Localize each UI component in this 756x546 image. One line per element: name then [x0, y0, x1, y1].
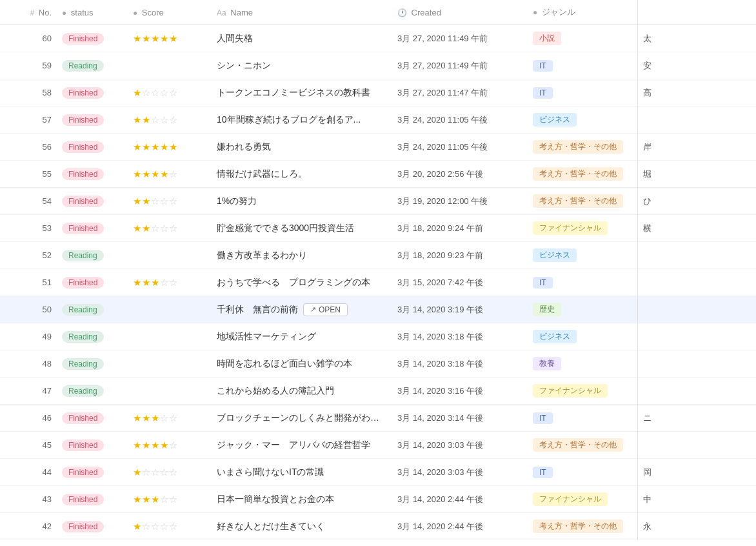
genre-tag[interactable]: 考え方・哲学・その他 [533, 140, 623, 154]
status-badge[interactable]: Reading [62, 385, 104, 397]
status-badge[interactable]: Finished [62, 141, 104, 153]
genre-tag[interactable]: 考え方・哲学・その他 [533, 194, 623, 208]
book-title: 人間失格 [217, 33, 253, 43]
genre-tag[interactable]: IT [533, 60, 553, 72]
genre-tag[interactable]: IT [533, 87, 553, 99]
stars-display[interactable]: ★★☆☆☆ [133, 196, 178, 207]
star-empty: ☆ [160, 87, 169, 98]
cell-status: Finished [57, 25, 128, 52]
table-row: 46Finished★★★☆☆ブロックチェーンのしくみと開発がわかる本3月 14… [0, 405, 756, 432]
cell-name: これから始める人の簿記入門 [212, 378, 392, 405]
cell-created: 3月 18, 2020 9:24 午前 [392, 215, 528, 242]
stars-display[interactable]: ★★★★★ [133, 33, 178, 44]
table-row: 42Finished★☆☆☆☆好きな人とだけ生きていく3月 14, 2020 2… [0, 513, 756, 540]
status-badge[interactable]: Reading [62, 331, 104, 343]
stars-display[interactable]: ★★★★☆ [133, 440, 178, 450]
cell-no: 45 [0, 432, 57, 459]
status-badge[interactable]: Reading [62, 250, 104, 261]
genre-tag[interactable]: ファイナンシャル [533, 492, 608, 506]
star-filled: ★ [142, 223, 151, 234]
cell-extra: ひ [637, 188, 756, 215]
star-filled: ★ [133, 494, 142, 505]
genre-tag[interactable]: ファイナンシャル [533, 221, 608, 235]
cell-name: 1%の努力 [212, 188, 392, 215]
genre-tag[interactable]: IT [533, 467, 553, 478]
genre-tag[interactable]: 小説 [533, 32, 561, 45]
cell-name: シン・ニホン [212, 52, 392, 79]
genre-tag[interactable]: ビジネス [533, 113, 577, 126]
cell-no: 55 [0, 161, 57, 188]
genre-tag[interactable]: ビジネス [533, 330, 577, 343]
cell-extra [637, 269, 756, 296]
cell-no: 56 [0, 134, 57, 161]
cell-genre: ビジネス [528, 323, 637, 350]
col-header-name[interactable]: Aa Name [212, 0, 392, 25]
open-button[interactable]: ↗ OPEN [303, 303, 348, 316]
status-badge[interactable]: Finished [62, 33, 104, 45]
star-filled: ★ [160, 440, 169, 450]
status-badge[interactable]: Finished [62, 277, 104, 288]
cell-genre: IT [528, 405, 637, 432]
status-badge[interactable]: Finished [62, 521, 104, 532]
star-empty: ☆ [151, 87, 160, 98]
stars-display[interactable]: ★★☆☆☆ [133, 223, 178, 234]
cell-score: ★★★☆☆ [128, 269, 212, 296]
stars-display[interactable]: ★☆☆☆☆ [133, 521, 178, 532]
genre-tag[interactable]: IT [533, 277, 553, 288]
status-badge[interactable]: Reading [62, 304, 104, 316]
genre-tag[interactable]: ビジネス [533, 248, 577, 262]
book-title: いまさら聞けないITの常識 [217, 467, 324, 477]
cell-name: 地域活性マーケティング [212, 323, 392, 350]
genre-tag[interactable]: 教養 [533, 357, 561, 370]
col-header-created[interactable]: 🕐 Created [392, 0, 528, 25]
star-filled: ★ [142, 277, 151, 288]
col-header-genre[interactable]: ● ジャンル [528, 0, 637, 25]
status-badge[interactable]: Reading [62, 358, 104, 370]
stars-display[interactable]: ★★★★★ [133, 141, 178, 152]
cell-score: ★★☆☆☆ [128, 188, 212, 215]
genre-tag[interactable]: 考え方・哲学・その他 [533, 438, 623, 452]
status-badge[interactable]: Finished [62, 168, 104, 180]
stars-display[interactable]: ★★★☆☆ [133, 412, 178, 423]
table-row: 59Readingシン・ニホン3月 27, 2020 11:49 午前IT安 [0, 52, 756, 79]
status-badge[interactable]: Finished [62, 412, 104, 424]
cell-created: 3月 14, 2020 3:18 午後 [392, 350, 528, 378]
status-badge[interactable]: Finished [62, 467, 104, 478]
table-row: 52Reading働き方改革まるわかり3月 18, 2020 9:23 午前ビジ… [0, 242, 756, 269]
genre-tag[interactable]: 考え方・哲学・その他 [533, 167, 623, 181]
cell-score: ★★★★☆ [128, 161, 212, 188]
genre-tag[interactable]: IT [533, 412, 553, 424]
col-header-status[interactable]: ● status [57, 0, 128, 25]
cell-name: 時間を忘れるほど面白い雑学の本 [212, 350, 392, 378]
status-badge[interactable]: Finished [62, 87, 104, 99]
hash-icon: # [30, 8, 34, 17]
stars-display[interactable]: ★☆☆☆☆ [133, 467, 178, 478]
star-empty: ☆ [169, 87, 178, 98]
stars-display[interactable]: ★★★★☆ [133, 168, 178, 179]
stars-display[interactable]: ★★★☆☆ [133, 494, 178, 505]
col-header-score[interactable]: ● Score [128, 0, 212, 25]
genre-tag[interactable]: ファイナンシャル [533, 384, 608, 398]
status-badge[interactable]: Finished [62, 114, 104, 126]
cell-score [128, 296, 212, 323]
cell-name: 嫌われる勇気 [212, 134, 392, 161]
genre-tag[interactable]: 考え方・哲学・その他 [533, 520, 623, 533]
cell-created: 3月 27, 2020 11:47 午前 [392, 79, 528, 106]
cell-no: 43 [0, 486, 57, 513]
col-header-no[interactable]: # No. [0, 0, 57, 25]
col-header-extra[interactable] [637, 0, 756, 25]
status-badge[interactable]: Finished [62, 223, 104, 234]
status-badge[interactable]: Reading [62, 60, 104, 72]
cell-extra [637, 350, 756, 378]
stars-display[interactable]: ★★★☆☆ [133, 277, 178, 288]
cell-status: Reading [57, 378, 128, 405]
status-badge[interactable]: Finished [62, 494, 104, 505]
cell-score: ★★☆☆☆ [128, 215, 212, 242]
stars-display[interactable]: ★★☆☆☆ [133, 114, 178, 125]
stars-display[interactable]: ★☆☆☆☆ [133, 87, 178, 98]
star-filled: ★ [133, 196, 142, 207]
status-badge[interactable]: Finished [62, 440, 104, 451]
genre-tag[interactable]: 歴史 [533, 303, 561, 316]
status-badge[interactable]: Finished [62, 196, 104, 207]
star-filled: ★ [169, 141, 178, 152]
